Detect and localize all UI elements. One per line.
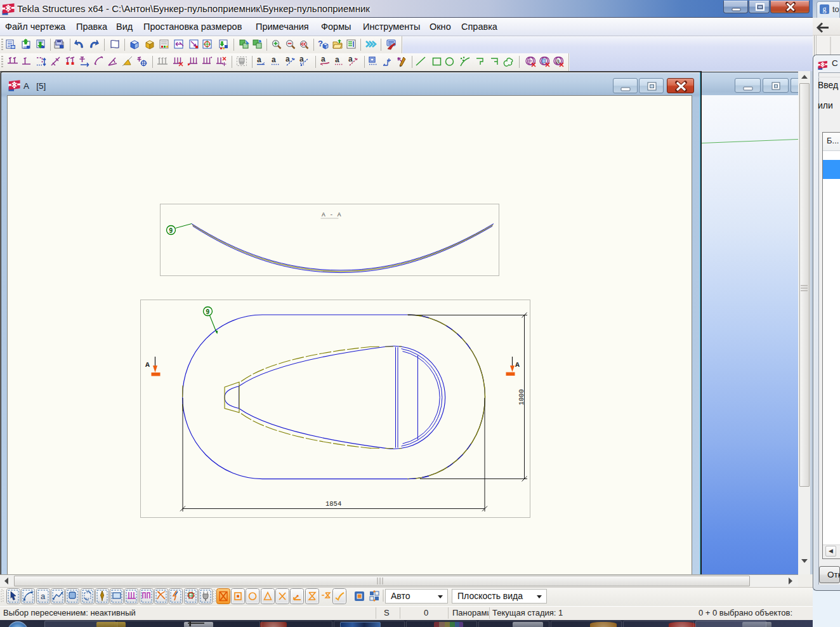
svg-text:a: a bbox=[321, 55, 325, 63]
svg-text:a: a bbox=[348, 55, 353, 63]
svg-text:9: 9 bbox=[169, 227, 173, 234]
svg-text:a: a bbox=[299, 55, 304, 63]
svg-text:a: a bbox=[41, 591, 46, 601]
svg-text:A: A bbox=[145, 360, 150, 369]
svg-text:a: a bbox=[272, 55, 276, 64]
svg-text:1000: 1000 bbox=[518, 389, 525, 405]
svg-text:1854: 1854 bbox=[325, 500, 341, 508]
svg-text:A: A bbox=[515, 360, 520, 369]
svg-text:9: 9 bbox=[206, 308, 210, 315]
svg-text:a: a bbox=[335, 55, 339, 64]
svg-text:?: ? bbox=[318, 39, 323, 48]
svg-text:A - A: A - A bbox=[322, 211, 341, 218]
svg-text:a: a bbox=[556, 58, 560, 65]
svg-text:a: a bbox=[257, 55, 261, 64]
svg-text:a: a bbox=[285, 55, 290, 63]
